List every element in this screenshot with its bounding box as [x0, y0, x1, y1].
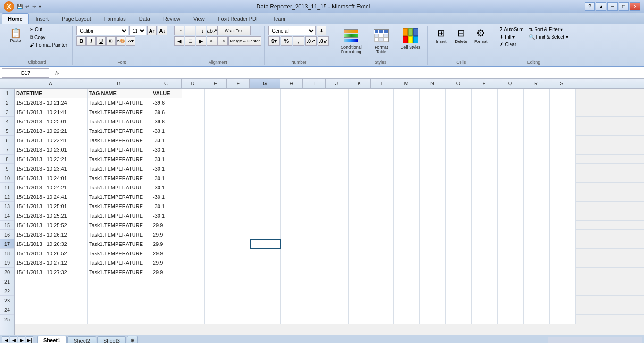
cell-r22-c19[interactable]: [550, 286, 576, 296]
col-header-N[interactable]: N: [419, 79, 445, 88]
cell-r11-c8[interactable]: [281, 183, 303, 192]
cell-r18-c16[interactable]: [472, 249, 498, 258]
redo-qat-btn[interactable]: ↪: [31, 3, 37, 10]
row-header-25[interactable]: 25: [0, 315, 14, 324]
cell-r6-c17[interactable]: [498, 136, 524, 145]
cell-r20-c13[interactable]: [394, 268, 420, 277]
cell-r2-c15[interactable]: [446, 98, 472, 107]
col-header-F[interactable]: F: [227, 79, 250, 88]
cell-r12-c13[interactable]: [394, 192, 420, 202]
col-header-R[interactable]: R: [523, 79, 549, 88]
row-header-12[interactable]: 12: [0, 192, 14, 202]
cell-r10-c11[interactable]: [349, 173, 371, 183]
customize-qat-btn[interactable]: ▾: [38, 3, 42, 10]
sort-filter-button[interactable]: ⇅ Sort & Filter ▾: [527, 26, 570, 33]
cell-r6-c7[interactable]: [250, 136, 281, 145]
cell-r18-c17[interactable]: [498, 249, 524, 258]
cell-r8-c5[interactable]: [205, 155, 227, 164]
undo-qat-btn[interactable]: ↩: [25, 3, 30, 10]
cell-r25-c9[interactable]: [303, 315, 326, 324]
cell-r17-c4[interactable]: [182, 239, 205, 249]
cell-r2-c6[interactable]: [227, 98, 250, 107]
cell-r12-c4[interactable]: [182, 192, 205, 202]
cell-r18-c5[interactable]: [205, 249, 227, 258]
cell-r9-c9[interactable]: [303, 164, 326, 173]
cell-r7-c1[interactable]: 15/11/2013 - 10:23:01: [15, 145, 88, 155]
cell-r10-c15[interactable]: [446, 173, 472, 183]
cell-r2-c16[interactable]: [472, 98, 498, 107]
cell-r5-c16[interactable]: [472, 126, 498, 136]
cell-r5-c17[interactable]: [498, 126, 524, 136]
cell-r13-c15[interactable]: [446, 202, 472, 211]
cell-r25-c1[interactable]: [15, 315, 88, 324]
cell-r12-c9[interactable]: [303, 192, 326, 202]
cell-r17-c12[interactable]: [371, 239, 394, 249]
cell-r10-c1[interactable]: 15/11/2013 - 10:24:01: [15, 173, 88, 183]
cell-r24-c5[interactable]: [205, 305, 227, 315]
cell-r14-c14[interactable]: [420, 211, 446, 220]
cell-r7-c18[interactable]: [524, 145, 550, 155]
increase-indent-btn[interactable]: ⇥: [217, 36, 228, 46]
cell-r18-c12[interactable]: [371, 249, 394, 258]
cell-r1-c7[interactable]: [250, 89, 281, 98]
sheet-tab-1[interactable]: Sheet1: [37, 336, 67, 343]
cell-r8-c4[interactable]: [182, 155, 205, 164]
cell-r12-c7[interactable]: [250, 192, 281, 202]
cell-r24-c18[interactable]: [524, 305, 550, 315]
cell-r25-c19[interactable]: [550, 315, 576, 324]
cell-r22-c18[interactable]: [524, 286, 550, 296]
help-btn[interactable]: ?: [585, 2, 595, 11]
cell-r15-c7[interactable]: [250, 220, 281, 230]
cell-r6-c16[interactable]: [472, 136, 498, 145]
copy-button[interactable]: ⧉ Copy: [27, 33, 69, 41]
cell-r12-c17[interactable]: [498, 192, 524, 202]
cell-r15-c16[interactable]: [472, 220, 498, 230]
cell-r20-c11[interactable]: [349, 268, 371, 277]
cell-r22-c6[interactable]: [227, 286, 250, 296]
cell-r13-c12[interactable]: [371, 202, 394, 211]
cell-r12-c8[interactable]: [281, 192, 303, 202]
cell-r16-c2[interactable]: Task1.TEMPERATURE: [88, 230, 151, 239]
cell-r22-c16[interactable]: [472, 286, 498, 296]
cell-r5-c4[interactable]: [182, 126, 205, 136]
cell-r15-c19[interactable]: [550, 220, 576, 230]
col-header-J[interactable]: J: [326, 79, 348, 88]
cell-r23-c15[interactable]: [446, 296, 472, 305]
cell-r21-c8[interactable]: [281, 277, 303, 286]
cell-r2-c18[interactable]: [524, 98, 550, 107]
cell-r1-c6[interactable]: [227, 89, 250, 98]
cell-r15-c15[interactable]: [446, 220, 472, 230]
cell-r16-c6[interactable]: [227, 230, 250, 239]
cell-r24-c4[interactable]: [182, 305, 205, 315]
cell-r20-c4[interactable]: [182, 268, 205, 277]
cell-r13-c6[interactable]: [227, 202, 250, 211]
cell-r3-c4[interactable]: [182, 107, 205, 117]
row-header-22[interactable]: 22: [0, 286, 14, 296]
cell-r16-c12[interactable]: [371, 230, 394, 239]
cell-r11-c13[interactable]: [394, 183, 420, 192]
cell-r5-c18[interactable]: [524, 126, 550, 136]
cell-r7-c13[interactable]: [394, 145, 420, 155]
cell-r14-c18[interactable]: [524, 211, 550, 220]
cell-r20-c17[interactable]: [498, 268, 524, 277]
cell-r11-c12[interactable]: [371, 183, 394, 192]
cell-r4-c6[interactable]: [227, 117, 250, 126]
cell-r9-c14[interactable]: [420, 164, 446, 173]
tab-review[interactable]: Review: [157, 13, 186, 24]
cell-r4-c3[interactable]: -39.6: [151, 117, 182, 126]
cell-r15-c4[interactable]: [182, 220, 205, 230]
cell-r24-c1[interactable]: [15, 305, 88, 315]
cell-r25-c14[interactable]: [420, 315, 446, 324]
cell-r4-c4[interactable]: [182, 117, 205, 126]
cell-r1-c8[interactable]: [281, 89, 303, 98]
cell-r23-c6[interactable]: [227, 296, 250, 305]
cell-r2-c3[interactable]: -39.6: [151, 98, 182, 107]
cell-r21-c19[interactable]: [550, 277, 576, 286]
cell-r8-c14[interactable]: [420, 155, 446, 164]
cell-r13-c5[interactable]: [205, 202, 227, 211]
left-align-btn[interactable]: ◀: [174, 36, 184, 46]
cell-r18-c18[interactable]: [524, 249, 550, 258]
cell-r10-c14[interactable]: [420, 173, 446, 183]
cell-r5-c2[interactable]: Task1.TEMPERATURE: [88, 126, 151, 136]
cell-r24-c14[interactable]: [420, 305, 446, 315]
